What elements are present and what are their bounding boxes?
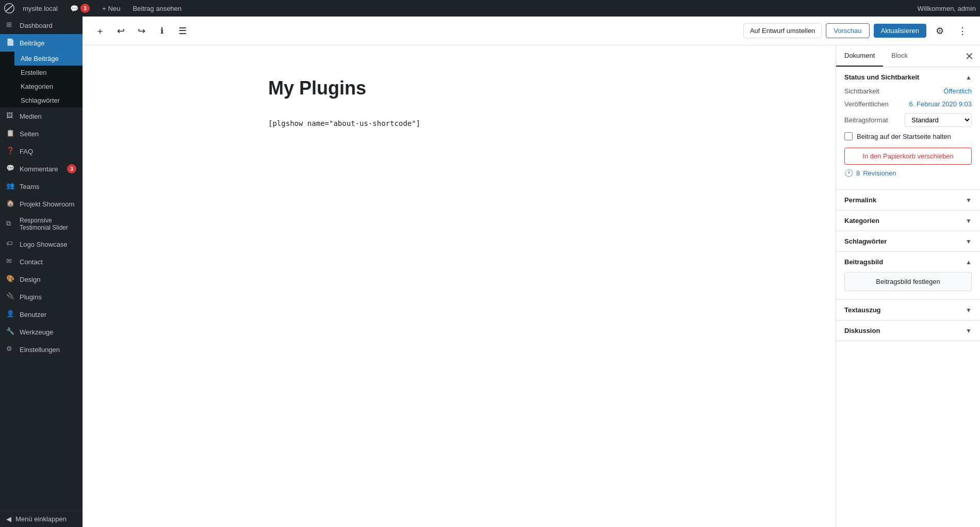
sidebar-item-plugins[interactable]: 🔌 Plugins	[0, 288, 83, 306]
revisions-count: 8	[856, 169, 860, 177]
section-status-header[interactable]: Status und Sichtbarkeit ▲	[836, 67, 980, 87]
sidebar-item-einstellungen[interactable]: ⚙ Einstellungen	[0, 341, 83, 358]
ellipsis-icon: ⋮	[958, 25, 967, 37]
more-options-button[interactable]: ⋮	[953, 22, 972, 40]
list-view-icon: ☰	[178, 25, 187, 37]
tab-dokument[interactable]: Dokument	[836, 45, 883, 67]
sidebar-sub-schlagwoerter[interactable]: Schlagwörter	[14, 93, 83, 107]
tab-block[interactable]: Block	[883, 45, 916, 67]
section-textauszug-header[interactable]: Textauszug ▼	[836, 300, 980, 320]
info-button[interactable]: ℹ	[153, 22, 171, 40]
sidebar-item-responsive-testimonial-slider[interactable]: ⧉ Responsive Testimonial Slider	[0, 213, 83, 235]
format-select[interactable]: Standard Bild Galerie Video Audio	[905, 113, 972, 127]
contact-icon: ✉	[6, 257, 15, 266]
section-schlagwoerter-header[interactable]: Schlagwörter ▼	[836, 231, 980, 251]
sidebar-label-benutzer: Benutzer	[20, 311, 46, 318]
post-shortcode[interactable]: [plgshow name="about-us-shortcode"]	[268, 117, 650, 130]
sidebar-sub-kategorien[interactable]: Kategorien	[14, 79, 83, 93]
adminbar-site-link[interactable]: mysite.local	[19, 0, 62, 17]
draft-button[interactable]: Auf Entwurf umstellen	[743, 23, 822, 38]
chevron-down-icon-5: ▼	[966, 327, 972, 334]
panel-close-button[interactable]: ✕	[959, 47, 980, 66]
sichtbarkeit-value[interactable]: Öffentlich	[943, 87, 972, 95]
settings-button[interactable]: ⚙	[930, 22, 949, 40]
list-view-button[interactable]: ☰	[173, 22, 192, 40]
alle-beitraege-label: Alle Beiträge	[21, 55, 59, 62]
beitragsbild-label: Beitragsbild	[844, 258, 883, 266]
plus-icon: ＋	[95, 25, 105, 37]
toolbar-right: Auf Entwurf umstellen Vorschau Aktualisi…	[743, 22, 972, 40]
veroeffentlichen-value[interactable]: 6. Februar 2020 9:03	[909, 100, 972, 108]
adminbar-new[interactable]: + Neu	[98, 0, 124, 17]
kategorien-label: Kategorien	[21, 83, 53, 90]
sidebar-item-projekt-showroom[interactable]: 🏠 Projekt Showroom	[0, 195, 83, 213]
startseite-checkbox[interactable]	[844, 132, 853, 140]
post-title[interactable]: My Plugins	[268, 76, 650, 101]
redo-button[interactable]: ↪	[132, 22, 151, 40]
sidebar-item-faq[interactable]: ❓ FAQ	[0, 142, 83, 160]
sidebar-item-seiten[interactable]: 📋 Seiten	[0, 125, 83, 142]
section-diskussion-header[interactable]: Diskussion ▼	[836, 321, 980, 341]
veroeffentlichen-label: Veröffentlichen	[844, 100, 889, 108]
undo-icon: ↩	[117, 25, 125, 37]
gear-icon: ⚙	[936, 25, 944, 37]
sidebar-item-design[interactable]: 🎨 Design	[0, 270, 83, 288]
sichtbarkeit-label: Sichtbarkeit	[844, 87, 879, 95]
sidebar-item-benutzer[interactable]: 👤 Benutzer	[0, 306, 83, 323]
medien-icon: 🖼	[6, 111, 15, 121]
chevron-up-icon: ▲	[966, 74, 972, 81]
sidebar-label-seiten: Seiten	[20, 130, 39, 138]
sidebar-item-logo-showcase[interactable]: 🏷 Logo Showcase	[0, 235, 83, 253]
sidebar-submenu-beitraege: Alle Beiträge Erstellen Kategorien Schla…	[0, 52, 83, 107]
section-permalink-header[interactable]: Permalink ▼	[836, 190, 980, 210]
sidebar-sub-alle-beitraege[interactable]: Alle Beiträge	[14, 52, 83, 66]
panel-header: Dokument Block ✕	[836, 45, 980, 67]
sidebar-label-werkzeuge: Werkzeuge	[20, 328, 54, 336]
faq-icon: ❓	[6, 147, 15, 156]
sidebar-item-dashboard[interactable]: ⊞ Dashboard	[0, 17, 83, 34]
schlagwoerter-label: Schlagwörter	[21, 97, 60, 104]
sidebar-item-beitraege[interactable]: 📄 Beiträge	[0, 34, 83, 52]
sidebar-label-faq: FAQ	[20, 148, 33, 155]
revisions-row[interactable]: 🕐 8 Revisionen	[844, 165, 972, 181]
sidebar-label-einstellungen: Einstellungen	[20, 346, 60, 354]
diskussion-label: Diskussion	[844, 327, 880, 334]
add-block-button[interactable]: ＋	[91, 22, 109, 40]
revisions-label: Revisionen	[863, 169, 896, 177]
beitraege-icon: 📄	[6, 38, 15, 47]
trash-button[interactable]: In den Papierkorb verschieben	[844, 148, 972, 165]
benutzer-icon: 👤	[6, 310, 15, 319]
adminbar-view-post[interactable]: Beitrag ansehen	[128, 0, 186, 17]
section-kategorien-header[interactable]: Kategorien ▼	[836, 211, 980, 231]
section-beitragsbild: Beitragsbild ▲ Beitragsbild festlegen	[836, 252, 980, 300]
section-beitragsbild-header[interactable]: Beitragsbild ▲	[836, 252, 980, 272]
sidebar-item-werkzeuge[interactable]: 🔧 Werkzeuge	[0, 323, 83, 341]
kategorien-section-label: Kategorien	[844, 217, 879, 225]
preview-button[interactable]: Vorschau	[826, 23, 869, 38]
sidebar-label-teams: Teams	[20, 183, 39, 190]
sidebar-label-logo-showcase: Logo Showcase	[20, 241, 68, 248]
section-status-sichtbarkeit: Status und Sichtbarkeit ▲ Sichtbarkeit Ö…	[836, 67, 980, 190]
adminbar-comments[interactable]: 💬 3	[66, 0, 94, 17]
sidebar-sub-erstellen[interactable]: Erstellen	[14, 66, 83, 79]
sidebar-collapse[interactable]: ◀ Menü einklappen	[0, 510, 83, 527]
section-status-label: Status und Sichtbarkeit	[844, 73, 919, 81]
new-label: Neu	[108, 5, 121, 12]
field-veroeffentlichen: Veröffentlichen 6. Februar 2020 9:03	[844, 100, 972, 108]
sidebar-item-medien[interactable]: 🖼 Medien	[0, 107, 83, 125]
werkzeuge-icon: 🔧	[6, 327, 15, 337]
adminbar-welcome: Willkommen, admin	[918, 5, 976, 12]
undo-button[interactable]: ↩	[111, 22, 130, 40]
startseite-label: Beitrag auf der Startseite halten	[857, 133, 951, 140]
chevron-up-icon-2: ▲	[966, 259, 972, 266]
sidebar-item-teams[interactable]: 👥 Teams	[0, 178, 83, 195]
update-button[interactable]: Aktualisieren	[874, 24, 926, 38]
chevron-down-icon-2: ▼	[966, 217, 972, 225]
set-image-button[interactable]: Beitragsbild festlegen	[844, 272, 972, 291]
section-diskussion: Diskussion ▼	[836, 321, 980, 341]
dashboard-icon: ⊞	[6, 21, 15, 30]
sidebar-item-contact[interactable]: ✉ Contact	[0, 253, 83, 270]
sidebar-item-kommentare[interactable]: 💬 Kommentare 3	[0, 160, 83, 178]
kommentare-badge: 3	[67, 164, 76, 173]
editor-canvas[interactable]: My Plugins [plgshow name="about-us-short…	[83, 45, 836, 527]
